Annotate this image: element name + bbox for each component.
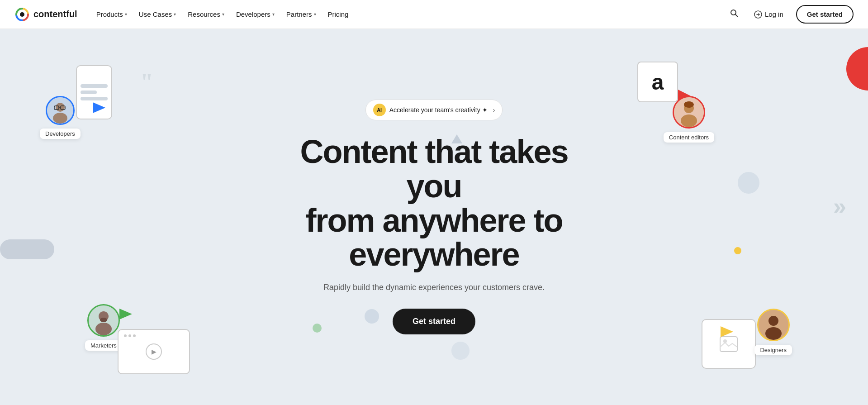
nav-partners[interactable]: Partners ▾ <box>282 8 321 21</box>
play-icon: ▶ <box>146 343 162 360</box>
chevron-down-icon: ▾ <box>222 12 224 17</box>
yellow-dot-decoration <box>734 247 741 254</box>
hero-content: AI Accelerate your team's creativity ✦ ›… <box>271 100 597 334</box>
nav-links: Products ▾ Use Cases ▾ Resources ▾ Devel… <box>92 8 353 21</box>
svg-marker-24 <box>721 326 733 337</box>
logo-text: contentful <box>33 9 77 19</box>
svg-point-1 <box>20 12 24 17</box>
hero-subtitle: Rapidly build the dynamic experiences yo… <box>280 283 588 292</box>
developer-avatar-image <box>47 97 73 124</box>
nav-get-started-button[interactable]: Get started <box>796 5 854 24</box>
chevron-down-icon: ▾ <box>174 12 176 17</box>
marketers-persona-card: Marketers <box>85 304 122 351</box>
pill-decoration-left <box>0 239 54 259</box>
circle-decoration-4 <box>451 342 470 360</box>
nav-resources[interactable]: Resources ▾ <box>183 8 229 21</box>
nav-products[interactable]: Products ▾ <box>92 8 132 21</box>
content-editors-persona-card: Content editors <box>664 96 714 143</box>
hero-title: Content that takes you from anywhere to … <box>280 135 588 272</box>
ai-badge-arrow-icon: › <box>493 106 495 114</box>
marketer-label: Marketers <box>85 340 122 351</box>
nav-use-cases[interactable]: Use Cases ▾ <box>134 8 180 21</box>
nav-developers[interactable]: Developers ▾ <box>232 8 279 21</box>
ai-badge[interactable]: AI Accelerate your team's creativity ✦ › <box>365 100 503 120</box>
hero-cta-button[interactable]: Get started <box>393 309 475 334</box>
login-icon <box>754 10 762 19</box>
svg-point-27 <box>765 327 782 340</box>
developer-label: Developers <box>40 129 81 139</box>
chevron-down-icon: ▾ <box>125 12 127 17</box>
svg-line-3 <box>735 14 738 17</box>
designer-label: Designers <box>754 345 792 355</box>
video-mockup: ▶ <box>118 329 190 374</box>
designer-avatar <box>757 309 790 341</box>
video-dot-2 <box>128 334 131 337</box>
content-editor-avatar-image <box>674 97 704 127</box>
svg-marker-5 <box>93 102 105 113</box>
nav-pricing[interactable]: Pricing <box>323 8 353 21</box>
designers-persona-card: Designers <box>754 309 792 355</box>
svg-point-14 <box>95 323 112 335</box>
search-icon <box>730 9 739 18</box>
phone-line-2 <box>81 97 108 100</box>
ai-badge-icon: AI <box>373 104 386 116</box>
svg-point-26 <box>768 316 778 326</box>
blue-arrow-icon <box>93 102 105 115</box>
nav-right: Log in Get started <box>727 5 854 24</box>
login-button[interactable]: Log in <box>749 8 789 21</box>
orange-semicircle <box>846 47 868 91</box>
phone-line <box>81 84 108 88</box>
developers-persona-card: Developers <box>40 96 81 139</box>
svg-point-21 <box>684 101 694 108</box>
hero-section: " Developers <box>0 29 868 405</box>
marketer-avatar-image <box>89 305 119 335</box>
video-dot-1 <box>124 334 127 337</box>
quote-decoration: " <box>140 69 153 95</box>
yellow-arrow-icon <box>721 326 733 339</box>
chevron-down-icon: ▾ <box>314 12 316 17</box>
navbar: contentful Products ▾ Use Cases ▾ Resour… <box>0 0 868 29</box>
green-arrow-icon <box>119 309 132 321</box>
video-dot-3 <box>133 334 136 337</box>
svg-point-7 <box>56 103 65 112</box>
video-dots <box>124 334 136 337</box>
double-chevron-decoration: » <box>833 195 846 218</box>
phone-line-short <box>81 91 97 94</box>
marketer-avatar <box>87 304 120 337</box>
svg-point-20 <box>681 114 697 127</box>
designer-avatar-image <box>759 310 788 340</box>
circle-decoration-3 <box>738 172 759 194</box>
developer-avatar <box>46 96 75 125</box>
search-button[interactable] <box>727 6 741 23</box>
chevron-down-icon: ▾ <box>272 12 275 17</box>
content-editor-avatar <box>673 96 705 129</box>
content-editor-label: Content editors <box>664 132 714 143</box>
svg-point-8 <box>53 113 67 124</box>
logo-icon <box>14 7 30 22</box>
logo[interactable]: contentful <box>14 7 77 22</box>
svg-point-15 <box>100 318 107 322</box>
svg-marker-16 <box>119 309 132 319</box>
